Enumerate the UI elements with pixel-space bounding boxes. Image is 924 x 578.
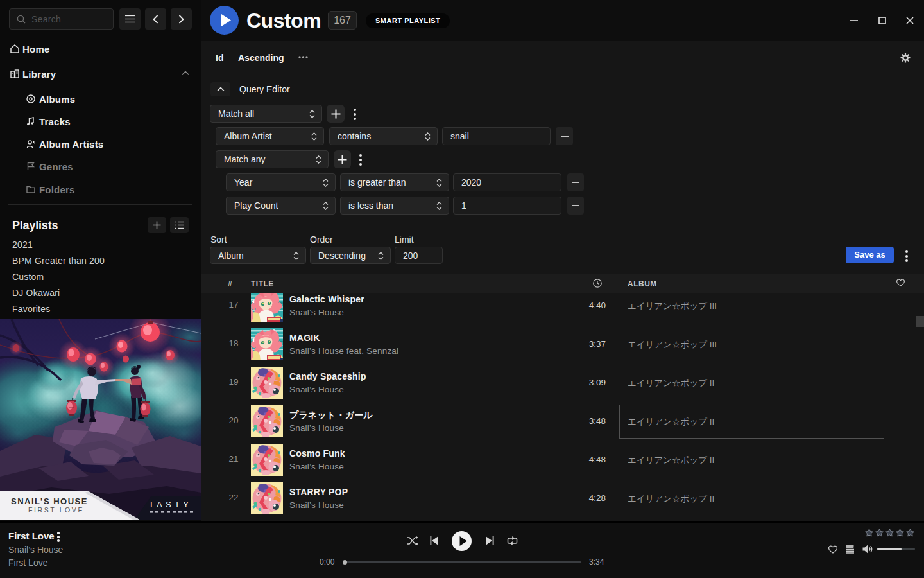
svg-text:FIRST LOVE: FIRST LOVE: [28, 506, 84, 514]
svg-text:TASTY: TASTY: [149, 500, 192, 509]
svg-text:SNAIL’S HOUSE: SNAIL’S HOUSE: [11, 496, 88, 506]
